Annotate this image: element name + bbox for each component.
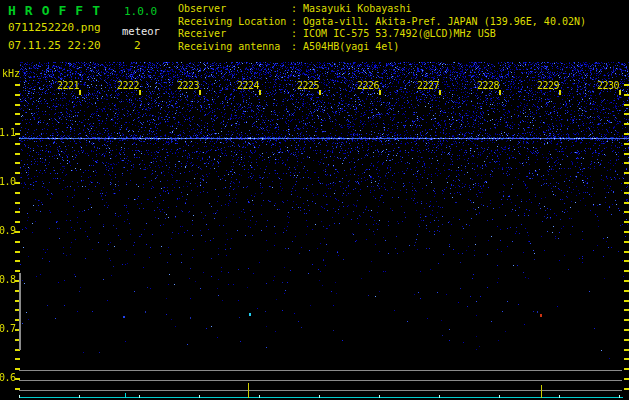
info-value: A504HB(yagi 4el) — [303, 41, 399, 52]
hrofft-screen: HROFFT 1.0.0 0711252220.png meteor 07.11… — [0, 0, 629, 400]
info-row: Receiving antenna: A504HB(yagi 4el) — [178, 41, 586, 54]
freq-minor-tick-left — [15, 260, 20, 262]
time-tick — [319, 90, 321, 95]
freq-minor-tick-right — [624, 84, 629, 86]
time-tick-label: 2230 — [595, 80, 621, 91]
level-scale-bar — [19, 273, 21, 350]
freq-minor-tick-right — [624, 231, 629, 233]
freq-minor-tick-right — [624, 349, 629, 351]
freq-minor-tick-left — [15, 211, 20, 213]
freq-minor-tick-right — [624, 358, 629, 360]
freq-minor-tick-left — [15, 162, 20, 164]
info-colon: : — [291, 16, 303, 27]
freq-minor-tick-right — [624, 123, 629, 125]
freq-minor-tick-right — [624, 94, 629, 96]
info-row: Receiver: ICOM IC-575 53.7492(@LCD)MHz U… — [178, 28, 586, 41]
time-tick — [259, 90, 261, 95]
freq-minor-tick-right — [624, 162, 629, 164]
output-filename: 0711252220.png — [8, 21, 101, 34]
minute-mark — [499, 395, 500, 398]
freq-minor-tick-left — [15, 172, 20, 174]
time-tick-label: 2225 — [295, 80, 321, 91]
freq-minor-tick-left — [15, 123, 20, 125]
info-row: Observer: Masayuki Kobayashi — [178, 3, 586, 16]
freq-minor-tick-right — [624, 319, 629, 321]
minute-mark — [259, 395, 260, 398]
minute-mark — [619, 395, 620, 398]
minute-mark — [139, 395, 140, 398]
freq-minor-tick-right — [624, 309, 629, 311]
freq-tick-label: 0.8 — [0, 274, 15, 285]
minute-mark — [199, 395, 200, 398]
freq-minor-tick-left — [15, 202, 20, 204]
freq-minor-tick-left — [15, 113, 20, 115]
spectrogram-noise-canvas — [19, 62, 629, 366]
frequency-unit-label: kHz — [2, 68, 20, 79]
signal-gridline — [19, 370, 622, 371]
freq-minor-tick-left — [15, 143, 20, 145]
freq-minor-tick-left — [15, 358, 20, 360]
freq-tick-label: 0.9 — [0, 225, 15, 236]
freq-minor-tick-right — [624, 280, 629, 282]
freq-minor-tick-right — [624, 378, 629, 380]
minute-mark — [319, 395, 320, 398]
freq-minor-tick-right — [624, 290, 629, 292]
info-colon: : — [291, 28, 303, 39]
info-colon: : — [291, 41, 303, 52]
freq-minor-tick-right — [624, 153, 629, 155]
freq-minor-tick-right — [624, 104, 629, 106]
freq-minor-tick-right — [624, 221, 629, 223]
freq-minor-tick-left — [15, 241, 20, 243]
info-label: Observer — [178, 3, 291, 16]
freq-minor-tick-right — [624, 182, 629, 184]
time-tick — [379, 90, 381, 95]
freq-minor-tick-right — [624, 192, 629, 194]
time-tick — [139, 90, 141, 95]
freq-minor-tick-left — [15, 270, 20, 272]
meteor-echo-dot — [249, 313, 251, 316]
time-tick-label: 2229 — [535, 80, 561, 91]
app-version: 1.0.0 — [124, 5, 157, 18]
freq-tick-label: 0.6 — [0, 372, 15, 383]
time-tick — [439, 90, 441, 95]
meteor-echo-dot — [145, 311, 146, 313]
freq-tick-label: 1.0 — [0, 176, 15, 187]
freq-minor-tick-right — [624, 202, 629, 204]
time-tick — [619, 90, 621, 95]
time-tick-label: 2224 — [235, 80, 261, 91]
meteor-echo-dot — [540, 314, 542, 317]
time-tick-label: 2222 — [115, 80, 141, 91]
signal-gridline — [19, 390, 622, 391]
freq-minor-tick-left — [15, 153, 20, 155]
time-tick — [199, 90, 201, 95]
minute-mark — [439, 395, 440, 398]
signal-spike — [248, 383, 249, 398]
time-tick-label: 2221 — [55, 80, 81, 91]
freq-minor-tick-right — [624, 270, 629, 272]
freq-minor-tick-left — [15, 94, 20, 96]
signal-baseline — [19, 397, 623, 398]
time-tick-label: 2227 — [415, 80, 441, 91]
freq-minor-tick-right — [624, 339, 629, 341]
info-value: Masayuki Kobayashi — [303, 3, 411, 14]
freq-minor-tick-right — [624, 133, 629, 135]
info-value: Ogata-vill. Akita-Pref. JAPAN (139.96E, … — [303, 16, 586, 27]
freq-tick-label: 1.1 — [0, 127, 15, 138]
freq-minor-tick-right — [624, 113, 629, 115]
meteor-echo-dot — [190, 317, 191, 319]
freq-minor-tick-right — [624, 172, 629, 174]
freq-minor-tick-right — [624, 300, 629, 302]
freq-minor-tick-right — [624, 241, 629, 243]
freq-minor-tick-left — [15, 192, 20, 194]
meteor-echo-dot — [123, 316, 125, 318]
mode-label: meteor — [122, 25, 160, 37]
freq-minor-tick-right — [624, 251, 629, 253]
signal-gridline — [19, 380, 622, 381]
freq-minor-tick-right — [624, 368, 629, 370]
freq-minor-tick-left — [15, 104, 20, 106]
info-label: Receiving Location — [178, 16, 291, 29]
info-label: Receiving antenna — [178, 41, 291, 54]
freq-minor-tick-left — [15, 84, 20, 86]
freq-minor-tick-right — [624, 329, 629, 331]
freq-minor-tick-right — [624, 211, 629, 213]
